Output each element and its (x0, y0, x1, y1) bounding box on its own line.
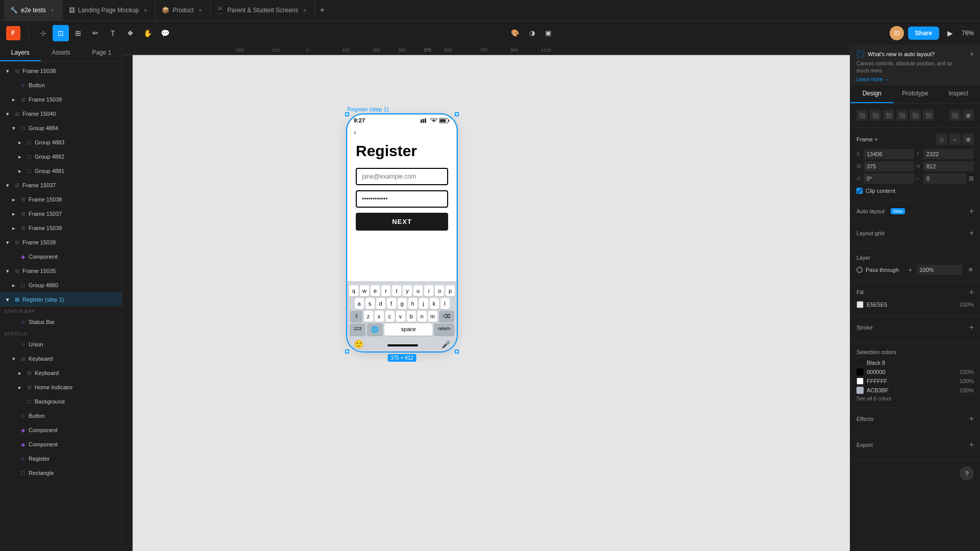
whats-new-close-btn[interactable]: × (970, 50, 974, 58)
text-tool-btn[interactable]: T (105, 25, 121, 41)
layer-group4881[interactable]: ▸ □ Group 4881 (0, 164, 122, 178)
key-emoji[interactable]: 🌐 (367, 323, 383, 336)
phone-back-btn[interactable]: ‹ (348, 126, 456, 138)
pass-through-label[interactable]: Pass through (866, 267, 906, 273)
insert-tool-btn[interactable]: ❖ (122, 25, 138, 41)
layer-keyboard-group[interactable]: ▾ ⊞ Keyboard (0, 352, 122, 366)
zoom-level[interactable]: 76% (962, 30, 974, 37)
see-all-colors-link[interactable]: See all 8 colors (856, 396, 974, 402)
layer-frame15035[interactable]: ▾ ⊞ Frame 15035 (0, 264, 122, 278)
emoji-key[interactable]: 🙂 (354, 339, 364, 349)
key-h[interactable]: h (408, 298, 418, 309)
key-i[interactable]: i (424, 285, 433, 296)
key-t[interactable]: t (392, 285, 401, 296)
prototype-tab[interactable]: Prototype (894, 85, 937, 103)
key-return[interactable]: return (434, 323, 454, 336)
layer-frame15040[interactable]: ▾ ⊞ Frame 15040 (0, 107, 122, 121)
move-tool-btn[interactable]: ⊹ (35, 25, 52, 41)
key-m[interactable]: m (428, 311, 437, 322)
align-right-btn[interactable]: ⬛ (883, 110, 894, 121)
key-j[interactable]: j (419, 298, 428, 309)
next-button[interactable]: NEXT (356, 213, 448, 231)
key-y[interactable]: y (403, 285, 412, 296)
resize-handle-br[interactable] (455, 349, 459, 354)
layers-tab[interactable]: Layers (0, 45, 41, 61)
effects-add-btn[interactable]: + (969, 414, 974, 423)
key-p[interactable]: p (446, 285, 455, 296)
key-x[interactable]: x (375, 311, 384, 322)
key-s[interactable]: s (365, 298, 375, 309)
assets-btn[interactable]: ▣ (542, 27, 554, 39)
rotation-input[interactable] (864, 173, 914, 184)
key-f[interactable]: f (387, 298, 396, 309)
style-library-btn[interactable]: 🎨 (508, 27, 522, 39)
layer-frame15039b[interactable]: ▸ ⊞ Frame 15039 (0, 221, 122, 235)
share-button[interactable]: Share (908, 27, 939, 40)
layer-register-step1[interactable]: ▾ ⊞ Register (step 1) (0, 292, 122, 307)
layer-frame15037b[interactable]: ▸ ⊞ Frame 15037 (0, 207, 122, 221)
fill-color-swatch[interactable] (856, 301, 864, 308)
layer-frame15037[interactable]: ▾ ⊞ Frame 15037 (0, 178, 122, 192)
pass-through-dropdown[interactable]: ▾ (909, 267, 912, 273)
key-n[interactable]: n (418, 311, 427, 322)
layer-rectangle[interactable]: ▸ □ Rectangle (0, 466, 122, 480)
align-bottom-btn[interactable]: ⬛ (923, 110, 934, 121)
key-w[interactable]: w (360, 285, 369, 296)
component-tool-btn[interactable]: ⊞ (70, 25, 86, 41)
layer-button2[interactable]: ▸ ○ Button (0, 409, 122, 423)
resize-handle-bl[interactable] (345, 349, 349, 354)
tab-add-btn[interactable]: + (315, 3, 329, 17)
layer-background[interactable]: ▸ □ Background (0, 394, 122, 409)
align-top-btn[interactable]: ⬛ (896, 110, 908, 121)
layer-home-indicator[interactable]: ▸ ⊞ Home Indicator (0, 380, 122, 394)
lock-ratio-btn[interactable]: ⊞ (969, 175, 974, 182)
color-black8-swatch[interactable] (856, 359, 864, 366)
pen-tool-btn[interactable]: ✏ (87, 25, 104, 41)
tab-e2e-tests[interactable]: 🔧 e2e tests × (4, 0, 63, 20)
fill-hex[interactable]: E5E5E5 (867, 302, 953, 308)
layer-group4884[interactable]: ▾ □ Group 4884 (0, 121, 122, 135)
design-tab[interactable]: Design (850, 85, 894, 103)
theme-btn[interactable]: ◑ (526, 27, 538, 39)
tab-landing-page[interactable]: 🖼 Landing Page Mockup × (63, 0, 156, 20)
tab-close-btn[interactable]: × (197, 7, 204, 14)
key-o[interactable]: o (435, 285, 444, 296)
key-123[interactable]: 123 (350, 323, 365, 336)
key-v[interactable]: v (396, 311, 405, 322)
password-input[interactable] (356, 190, 448, 208)
layer-group4880[interactable]: ▸ □ Group 4880 (0, 278, 122, 292)
frame-dropdown-icon[interactable]: ▾ (875, 137, 877, 142)
h-input[interactable] (923, 161, 974, 171)
layer-frame15039a[interactable]: ▸ ⊞ Frame 15039 (0, 92, 122, 107)
visibility-btn[interactable]: 👁 (968, 266, 974, 273)
resize-handle-tl[interactable] (345, 112, 349, 116)
phone-frame[interactable]: 9:27 (347, 114, 457, 352)
key-k[interactable]: k (430, 298, 439, 309)
layout-grid-add-btn[interactable]: + (969, 229, 974, 238)
x-input[interactable] (864, 149, 914, 159)
frame-tool-btn[interactable]: ⊡ (53, 25, 69, 41)
fill-opacity[interactable]: 100% (956, 302, 974, 308)
distribute-h-btn[interactable]: ⬛ (949, 110, 961, 121)
auto-layout-add-btn[interactable]: + (969, 207, 974, 216)
key-g[interactable]: g (398, 298, 407, 309)
play-button[interactable]: ▶ (943, 26, 958, 40)
layer-frame15038[interactable]: ▾ ⊞ Frame 15038 (0, 64, 122, 78)
key-q[interactable]: q (349, 285, 358, 296)
key-space[interactable]: space (384, 323, 432, 336)
frame-type-grid[interactable]: ⊞ (963, 134, 974, 145)
frame-type-auto[interactable]: ↔ (949, 134, 961, 145)
layer-frame15038b[interactable]: ▸ ⊞ Frame 15038 (0, 192, 122, 207)
key-r[interactable]: r (381, 285, 390, 296)
email-input[interactable] (356, 168, 448, 185)
key-a[interactable]: a (355, 298, 364, 309)
figma-logo[interactable]: F (6, 26, 20, 40)
layer-union[interactable]: ▸ ○ Union (0, 337, 122, 352)
tab-parent-student[interactable]: 📱 Parent & Student Screens × (210, 0, 315, 20)
fill-add-btn[interactable]: + (969, 288, 974, 297)
whats-new-link[interactable]: Learn more → (856, 77, 966, 82)
align-center-v-btn[interactable]: ⬛ (910, 110, 921, 121)
layer-group4883[interactable]: ▸ □ Group 4883 (0, 135, 122, 149)
layer-component1[interactable]: ▸ ◈ Component (0, 249, 122, 264)
color-ffffff-swatch[interactable] (856, 378, 864, 385)
